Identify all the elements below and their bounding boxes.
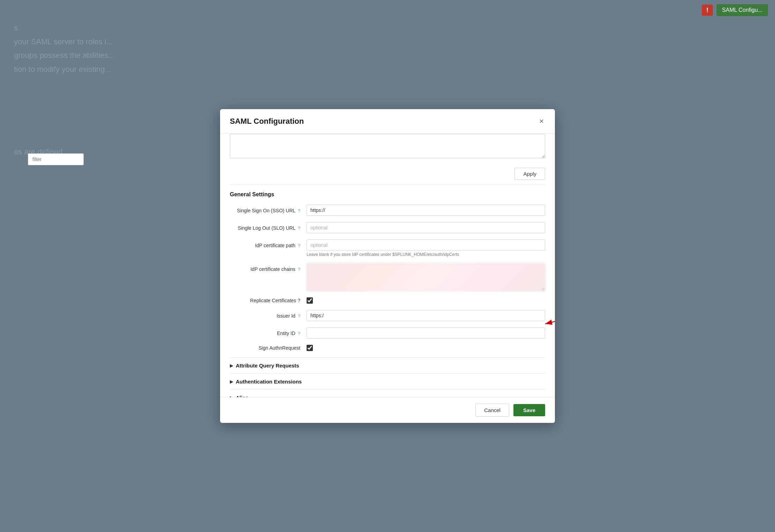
sso-url-input[interactable] bbox=[307, 205, 545, 216]
entity-id-label: Entity ID ? bbox=[230, 327, 307, 337]
idp-cert-chains-textarea[interactable] bbox=[307, 263, 545, 291]
issuer-id-help-icon[interactable]: ? bbox=[298, 313, 300, 319]
alias-section[interactable]: ▶ Alias bbox=[230, 389, 545, 397]
replicate-certs-row: Replicate Certificates ? bbox=[230, 297, 545, 304]
entity-id-input[interactable] bbox=[307, 327, 545, 339]
idp-cert-path-field: Leave blank if you store IdP certificate… bbox=[307, 240, 545, 257]
issuer-id-row: Issuer Id ? bbox=[230, 310, 545, 321]
slo-url-input[interactable] bbox=[307, 222, 545, 233]
modal-title: SAML Configuration bbox=[230, 117, 304, 126]
slo-url-field bbox=[307, 222, 545, 233]
issuer-id-input[interactable] bbox=[307, 310, 545, 321]
modal-close-button[interactable]: × bbox=[538, 116, 545, 127]
auth-extensions-title: ▶ Authentication Extensions bbox=[230, 379, 545, 385]
svg-line-1 bbox=[545, 313, 555, 324]
sso-url-help-icon[interactable]: ? bbox=[298, 208, 300, 214]
auth-extensions-arrow: ▶ bbox=[230, 379, 233, 384]
sso-url-label: Single Sign On (SSO) URL ? bbox=[230, 205, 307, 214]
slo-url-label: Single Log Out (SLO) URL ? bbox=[230, 222, 307, 232]
sign-authn-label: Sign AuthnRequest bbox=[230, 345, 307, 351]
modal-overlay: SAML Configuration × Apply General Setti… bbox=[0, 0, 775, 532]
attribute-query-title: ▶ Attribute Query Requests bbox=[230, 363, 545, 368]
idp-cert-chains-row: IdP certificate chains ? bbox=[230, 263, 545, 291]
sso-url-field bbox=[307, 205, 545, 216]
entity-id-row: Entity ID ? bbox=[230, 327, 545, 339]
slo-url-row: Single Log Out (SLO) URL ? bbox=[230, 222, 545, 233]
auth-extensions-section[interactable]: ▶ Authentication Extensions bbox=[230, 373, 545, 389]
attribute-query-arrow: ▶ bbox=[230, 363, 233, 368]
idp-cert-path-input[interactable] bbox=[307, 240, 545, 251]
entity-id-field bbox=[307, 327, 545, 339]
issuer-id-field bbox=[307, 310, 545, 321]
sign-authn-row: Sign AuthnRequest bbox=[230, 345, 545, 351]
sign-authn-checkbox[interactable] bbox=[307, 345, 313, 351]
replicate-certs-checkbox[interactable] bbox=[307, 297, 313, 304]
idp-cert-path-help-icon[interactable]: ? bbox=[298, 243, 300, 249]
idp-cert-chains-help-icon[interactable]: ? bbox=[298, 266, 300, 273]
replicate-certs-help-icon[interactable]: ? bbox=[298, 298, 300, 303]
attribute-query-section[interactable]: ▶ Attribute Query Requests bbox=[230, 357, 545, 373]
idp-cert-path-hint: Leave blank if you store IdP certificate… bbox=[307, 252, 545, 257]
alias-title: ▶ Alias bbox=[230, 395, 545, 397]
apply-area: Apply bbox=[230, 162, 545, 184]
top-textarea[interactable] bbox=[230, 134, 545, 158]
apply-button[interactable]: Apply bbox=[514, 168, 545, 180]
cancel-button[interactable]: Cancel bbox=[475, 404, 509, 417]
idp-cert-chains-field bbox=[307, 263, 545, 291]
sso-url-row: Single Sign On (SSO) URL ? bbox=[230, 205, 545, 216]
general-settings-title: General Settings bbox=[230, 191, 545, 198]
idp-cert-chains-label: IdP certificate chains ? bbox=[230, 263, 307, 273]
saml-config-modal: SAML Configuration × Apply General Setti… bbox=[220, 109, 555, 423]
issuer-id-label: Issuer Id ? bbox=[230, 310, 307, 320]
replicate-certs-label: Replicate Certificates ? bbox=[230, 298, 307, 303]
modal-footer: Cancel Save bbox=[220, 397, 555, 423]
slo-url-help-icon[interactable]: ? bbox=[298, 225, 300, 231]
modal-header: SAML Configuration × bbox=[220, 109, 555, 134]
idp-cert-path-row: IdP certificate path ? Leave blank if yo… bbox=[230, 240, 545, 257]
modal-body: Apply General Settings Single Sign On (S… bbox=[220, 134, 555, 397]
save-button[interactable]: Save bbox=[513, 404, 545, 416]
idp-cert-path-label: IdP certificate path ? bbox=[230, 240, 307, 249]
entity-id-help-icon[interactable]: ? bbox=[298, 330, 300, 337]
